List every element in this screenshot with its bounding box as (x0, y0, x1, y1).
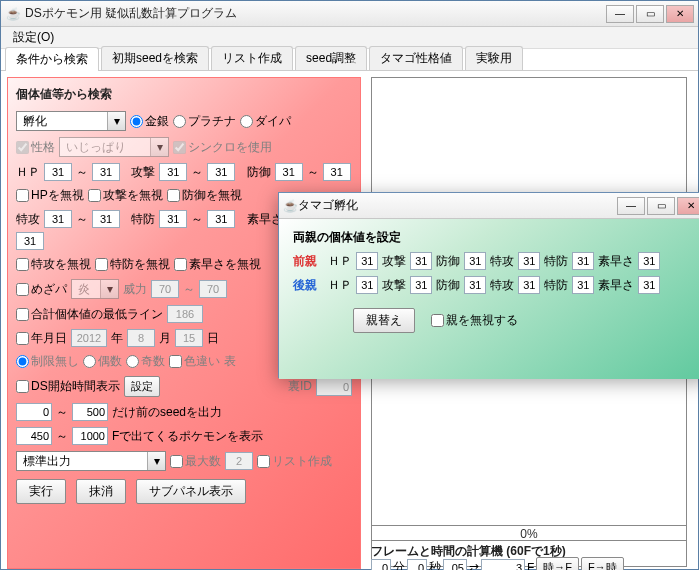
settings-button[interactable]: 設定 (124, 376, 160, 397)
ignore-def-checkbox[interactable]: 防御を無視 (167, 187, 242, 204)
calc-min[interactable] (371, 559, 391, 571)
month-input[interactable] (127, 329, 155, 347)
calc-f2[interactable] (481, 559, 525, 571)
nature-select[interactable]: いじっぱり ▾ (59, 137, 169, 157)
limit-none-radio[interactable]: 制限無し (16, 353, 79, 370)
chevron-down-icon[interactable]: ▾ (150, 138, 168, 156)
frame-min[interactable] (16, 427, 52, 445)
front-atk[interactable] (410, 252, 432, 270)
ignore-spe-checkbox[interactable]: 素早さを無視 (174, 256, 261, 273)
run-button[interactable]: 実行 (16, 479, 66, 504)
day-input[interactable] (175, 329, 203, 347)
label-spa: 特攻 (16, 211, 40, 228)
limit-odd-radio[interactable]: 奇数 (126, 353, 165, 370)
tab-search-conditions[interactable]: 条件から検索 (5, 47, 99, 71)
power-label: 威力 (123, 281, 147, 298)
shiny-checkbox[interactable]: 色違い (169, 353, 220, 370)
ignore-atk-checkbox[interactable]: 攻撃を無視 (88, 187, 163, 204)
ignore-spa-checkbox[interactable]: 特攻を無視 (16, 256, 91, 273)
frame-label: Fで出てくるポケモンを表示 (112, 428, 263, 445)
minimize-button[interactable]: — (606, 5, 634, 23)
chevron-down-icon[interactable]: ▾ (100, 280, 118, 298)
version-dp-radio[interactable]: ダイパ (240, 113, 291, 130)
hiddenpower-type-select[interactable]: 炎 ▾ (71, 279, 119, 299)
front-spa[interactable] (518, 252, 540, 270)
min-iv-checkbox[interactable]: 合計個体値の最低ライン (16, 306, 163, 323)
seed-before-max[interactable] (72, 403, 108, 421)
def-max[interactable] (323, 163, 351, 181)
front-spe[interactable] (638, 252, 660, 270)
ignore-spd-checkbox[interactable]: 特防を無視 (95, 256, 170, 273)
version-gs-radio[interactable]: 金銀 (130, 113, 169, 130)
power-min[interactable] (151, 280, 179, 298)
modal-maximize-button[interactable]: ▭ (647, 197, 675, 215)
back-atk[interactable] (410, 276, 432, 294)
tab-search-seed[interactable]: 初期seedを検索 (101, 46, 209, 70)
back-spd[interactable] (572, 276, 594, 294)
back-spa[interactable] (518, 276, 540, 294)
frame-max[interactable] (72, 427, 108, 445)
min-iv-value[interactable] (167, 305, 203, 323)
spa-max[interactable] (92, 210, 120, 228)
tab-egg-nature[interactable]: タマゴ性格値 (369, 46, 463, 70)
back-parent-row: 後親 ＨＰ 攻撃 防御 特攻 特防 素早さ (293, 276, 695, 294)
back-id-input[interactable] (316, 378, 352, 396)
frame-to-time-button[interactable]: F→時 (581, 557, 624, 570)
maxcount-checkbox[interactable]: 最大数 (170, 453, 221, 470)
tab-list-create[interactable]: リスト作成 (211, 46, 293, 70)
java-icon: ☕ (283, 199, 298, 213)
spd-max[interactable] (207, 210, 235, 228)
front-def[interactable] (464, 252, 486, 270)
egg-modal: ☕ タマゴ孵化 — ▭ ✕ 両親の個体値を設定 前親 ＨＰ 攻撃 防御 特攻 特… (278, 192, 699, 378)
chevron-down-icon[interactable]: ▾ (147, 452, 165, 470)
tab-seed-adjust[interactable]: seed調整 (295, 46, 367, 70)
year-input[interactable] (71, 329, 107, 347)
clear-button[interactable]: 抹消 (76, 479, 126, 504)
seed-before-min[interactable] (16, 403, 52, 421)
back-spe[interactable] (638, 276, 660, 294)
back-def[interactable] (464, 276, 486, 294)
spd-min[interactable] (159, 210, 187, 228)
label-spd: 特防 (131, 211, 155, 228)
def-min[interactable] (275, 163, 303, 181)
menu-settings[interactable]: 設定(O) (7, 27, 60, 48)
back-hp[interactable] (356, 276, 378, 294)
subpanel-button[interactable]: サブパネル表示 (136, 479, 246, 504)
front-hp[interactable] (356, 252, 378, 270)
maximize-button[interactable]: ▭ (636, 5, 664, 23)
swap-parents-button[interactable]: 親替え (353, 308, 415, 333)
synchro-checkbox[interactable]: シンクロを使用 (173, 139, 272, 156)
progress-bar: 0% (371, 525, 687, 541)
time-to-frame-button[interactable]: 時→F (536, 557, 579, 570)
limit-even-radio[interactable]: 偶数 (83, 353, 122, 370)
maxcount-input[interactable] (225, 452, 253, 470)
spe-max[interactable] (16, 232, 44, 250)
date-checkbox[interactable]: 年月日 (16, 330, 67, 347)
hp-min[interactable] (44, 163, 72, 181)
spa-min[interactable] (44, 210, 72, 228)
nature-checkbox[interactable]: 性格 (16, 139, 55, 156)
atk-max[interactable] (207, 163, 235, 181)
chevron-down-icon[interactable]: ▾ (107, 112, 125, 130)
modal-minimize-button[interactable]: — (617, 197, 645, 215)
label-def: 防御 (247, 164, 271, 181)
list-checkbox[interactable]: リスト作成 (257, 453, 332, 470)
hiddenpower-checkbox[interactable]: めざパ (16, 281, 67, 298)
method-select[interactable]: 孵化 ▾ (16, 111, 126, 131)
calc-sec[interactable] (407, 559, 427, 571)
power-max[interactable] (199, 280, 227, 298)
calc-f1[interactable] (443, 559, 467, 571)
version-pt-radio[interactable]: プラチナ (173, 113, 236, 130)
front-parent-label: 前親 (293, 253, 317, 270)
modal-close-button[interactable]: ✕ (677, 197, 699, 215)
ignore-hp-checkbox[interactable]: HPを無視 (16, 187, 84, 204)
atk-min[interactable] (159, 163, 187, 181)
hp-max[interactable] (92, 163, 120, 181)
close-button[interactable]: ✕ (666, 5, 694, 23)
output-select[interactable]: 標準出力 ▾ (16, 451, 166, 471)
starttime-checkbox[interactable]: DS開始時間表示 (16, 378, 120, 395)
modal-heading: 両親の個体値を設定 (293, 229, 695, 246)
ignore-parents-checkbox[interactable]: 親を無視する (431, 312, 518, 329)
front-spd[interactable] (572, 252, 594, 270)
tab-experimental[interactable]: 実験用 (465, 46, 523, 70)
